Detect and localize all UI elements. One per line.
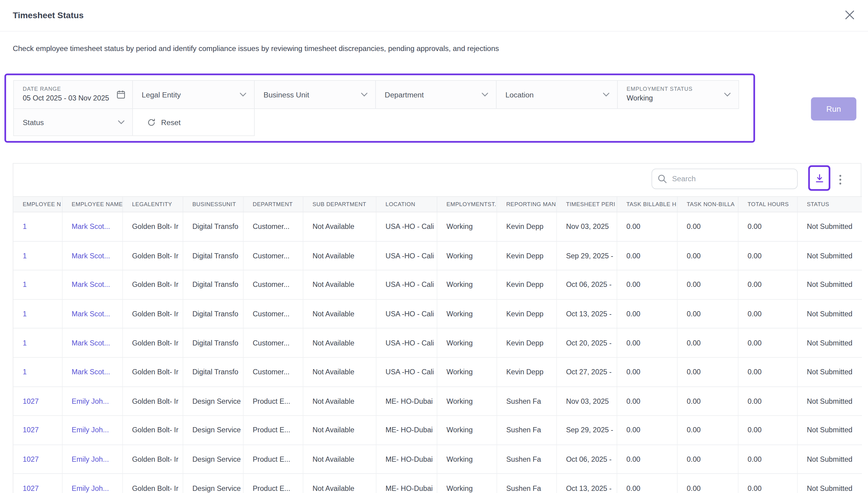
cell-employee_number[interactable]: 1	[13, 270, 62, 299]
cell-timesheet_period: Sep 29, 2025 -	[557, 415, 617, 445]
cell-legal_entity: Golden Bolt- Ir	[122, 270, 183, 299]
cell-employee_number[interactable]: 1027	[13, 415, 62, 445]
download-icon	[814, 173, 825, 184]
cell-employee_name[interactable]: Mark Scot...	[62, 241, 122, 270]
table-row: 1027Emily Joh...Golden Bolt- IrDesign Se…	[13, 386, 862, 415]
legal-entity-filter[interactable]: Legal Entity	[132, 80, 255, 109]
cell-employee_number[interactable]: 1027	[13, 474, 62, 493]
search-input[interactable]	[652, 169, 798, 189]
cell-task_non_billable_hours: 0.00	[677, 241, 738, 270]
table-row: 1027Emily Joh...Golden Bolt- IrDesign Se…	[13, 474, 862, 493]
cell-reporting_manager: Sushen Fa	[497, 415, 557, 445]
cell-status: Not Submitted	[797, 474, 862, 493]
cell-legal_entity: Golden Bolt- Ir	[122, 474, 183, 493]
cell-sub_department: Not Available	[303, 474, 376, 493]
cell-task_billable_hours: 0.00	[617, 415, 677, 445]
cell-employee_name[interactable]: Emily Joh...	[62, 415, 122, 445]
download-button[interactable]	[813, 172, 826, 185]
reset-button[interactable]: Reset	[132, 108, 255, 136]
cell-timesheet_period: Oct 27, 2025 -	[557, 357, 617, 386]
cell-task_non_billable_hours: 0.00	[677, 270, 738, 299]
cell-legal_entity: Golden Bolt- Ir	[122, 212, 183, 241]
cell-employee_name[interactable]: Mark Scot...	[62, 357, 122, 386]
cell-total_hours: 0.00	[738, 386, 797, 415]
cell-task_non_billable_hours: 0.00	[677, 299, 738, 328]
cell-employee_number[interactable]: 1027	[13, 445, 62, 474]
cell-sub_department: Not Available	[303, 212, 376, 241]
cell-total_hours: 0.00	[738, 474, 797, 493]
column-header: TOTAL HOURS	[738, 197, 797, 212]
cell-business_unit: Design Service	[183, 445, 243, 474]
cell-employment_status: Working	[437, 445, 497, 474]
more-options-button[interactable]	[834, 170, 847, 190]
employment-status-filter[interactable]: EMPLOYMENT STATUS Working	[617, 80, 739, 109]
cell-sub_department: Not Available	[303, 357, 376, 386]
cell-employee_number[interactable]: 1	[13, 328, 62, 358]
cell-reporting_manager: Kevin Depp	[497, 270, 557, 299]
chevron-down-icon	[240, 92, 246, 97]
cell-employee_number[interactable]: 1	[13, 212, 62, 241]
close-button[interactable]	[843, 7, 857, 22]
reset-label: Reset	[161, 118, 181, 126]
column-header: SUB DEPARTMENT	[303, 197, 376, 212]
cell-employee_name[interactable]: Mark Scot...	[62, 299, 122, 328]
table-row: 1Mark Scot...Golden Bolt- IrDigital Tran…	[13, 270, 862, 299]
legal-entity-label: Legal Entity	[142, 90, 181, 99]
cell-task_billable_hours: 0.00	[617, 270, 677, 299]
status-filter[interactable]: Status	[13, 108, 133, 136]
cell-employee_name[interactable]: Mark Scot...	[62, 212, 122, 241]
cell-department: Product E...	[243, 445, 303, 474]
cell-department: Customer...	[243, 328, 303, 358]
location-filter[interactable]: Location	[496, 80, 618, 109]
cell-department: Customer...	[243, 241, 303, 270]
run-button[interactable]: Run	[811, 98, 856, 121]
cell-reporting_manager: Sushen Fa	[497, 445, 557, 474]
date-range-value: 05 Oct 2025 - 03 Nov 2025	[14, 92, 133, 102]
cell-employee_name[interactable]: Mark Scot...	[62, 270, 122, 299]
chevron-down-icon	[118, 120, 125, 125]
search-icon	[658, 174, 667, 184]
cell-employee_name[interactable]: Emily Joh...	[62, 474, 122, 493]
cell-reporting_manager: Sushen Fa	[497, 474, 557, 493]
cell-employment_status: Working	[437, 212, 497, 241]
cell-employee_name[interactable]: Emily Joh...	[62, 386, 122, 415]
cell-legal_entity: Golden Bolt- Ir	[122, 445, 183, 474]
column-header: LOCATION	[376, 197, 437, 212]
chevron-down-icon	[482, 92, 488, 97]
cell-employment_status: Working	[437, 299, 497, 328]
cell-department: Customer...	[243, 270, 303, 299]
kebab-icon	[839, 175, 841, 185]
cell-employee_number[interactable]: 1027	[13, 386, 62, 415]
cell-sub_department: Not Available	[303, 445, 376, 474]
cell-location: ME- HO-Dubai	[376, 386, 437, 415]
cell-department: Product E...	[243, 474, 303, 493]
cell-business_unit: Digital Transfo	[183, 299, 243, 328]
cell-employee_name[interactable]: Mark Scot...	[62, 328, 122, 358]
department-filter[interactable]: Department	[375, 80, 497, 109]
cell-reporting_manager: Kevin Depp	[497, 357, 557, 386]
cell-sub_department: Not Available	[303, 386, 376, 415]
cell-employee_name[interactable]: Emily Joh...	[62, 445, 122, 474]
business-unit-filter[interactable]: Business Unit	[254, 80, 376, 109]
cell-business_unit: Digital Transfo	[183, 212, 243, 241]
table-row: 1Mark Scot...Golden Bolt- IrDigital Tran…	[13, 299, 862, 328]
date-range-filter[interactable]: DATE RANGE 05 Oct 2025 - 03 Nov 2025	[13, 80, 133, 109]
table-card: EMPLOYEE NEMPLOYEE NAMELEGALENTITYBUSINE…	[13, 163, 861, 493]
cell-employee_number[interactable]: 1	[13, 357, 62, 386]
cell-sub_department: Not Available	[303, 241, 376, 270]
cell-timesheet_period: Oct 13, 2025 -	[557, 474, 617, 493]
column-header: LEGALENTITY	[122, 197, 183, 212]
timesheet-table: EMPLOYEE NEMPLOYEE NAMELEGALENTITYBUSINE…	[13, 196, 862, 493]
cell-legal_entity: Golden Bolt- Ir	[122, 299, 183, 328]
cell-employment_status: Working	[437, 474, 497, 493]
cell-task_billable_hours: 0.00	[617, 445, 677, 474]
cell-timesheet_period: Sep 29, 2025 -	[557, 241, 617, 270]
cell-employee_number[interactable]: 1	[13, 241, 62, 270]
cell-total_hours: 0.00	[738, 299, 797, 328]
cell-task_billable_hours: 0.00	[617, 328, 677, 358]
cell-task_non_billable_hours: 0.00	[677, 474, 738, 493]
cell-legal_entity: Golden Bolt- Ir	[122, 241, 183, 270]
cell-task_non_billable_hours: 0.00	[677, 328, 738, 358]
cell-employee_number[interactable]: 1	[13, 299, 62, 328]
cell-department: Product E...	[243, 415, 303, 445]
